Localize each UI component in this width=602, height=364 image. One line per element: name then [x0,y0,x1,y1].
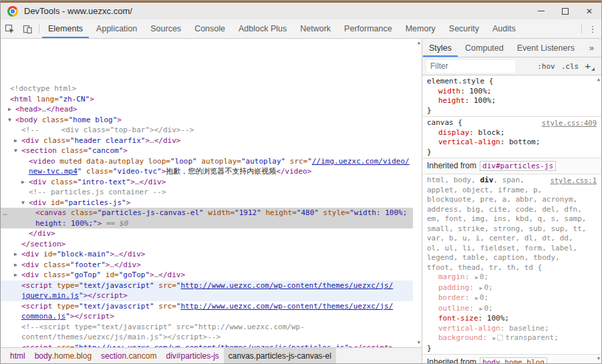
resource-link[interactable]: //img.uezxc.com/video/ [312,157,410,166]
dom-tree-row[interactable]: </div> [1,228,413,239]
scroll-down-icon[interactable]: ▼ [597,357,600,361]
dom-tree-row[interactable]: <script type="text/javascript" src="http… [1,301,413,312]
styles-filter-input[interactable] [427,60,515,73]
sidebar-tab-styles[interactable]: Styles [422,39,458,57]
code-token: </div> [114,260,141,269]
dom-tree-row[interactable]: <script src="http://www.uezxc.com/wp-con… [1,343,413,348]
scroll-up-icon[interactable]: ▲ [597,77,600,82]
resource-link[interactable]: http://www.uezxc.com/wp-content/themes/u… [180,302,393,311]
dom-tree-row[interactable]: <video muted data-autoplay loop="loop" a… [1,156,413,167]
style-property[interactable]: outline: ▶0; [427,304,597,315]
expander-arrow[interactable]: ▶ [14,272,17,279]
tab-memory[interactable]: Memory [399,19,442,38]
style-property[interactable]: background: ▶transparent; [427,333,597,344]
tab-network[interactable]: Network [293,19,337,38]
expand-property-icon[interactable]: ▶ [480,306,483,312]
node-menu-icon[interactable]: … [3,208,8,218]
tab-application[interactable]: Application [90,19,144,38]
dom-tree-row[interactable]: new-tvc.mp4" class="video-tvc">抱歉，您的浏览器不… [1,166,413,177]
style-property[interactable]: font-size: 100%; [427,314,597,324]
resource-link[interactable]: http://www.uezxc.com/wp-content/themes/u… [180,281,393,290]
color-swatch[interactable] [497,335,503,341]
style-property[interactable]: margin: ▶0; [427,272,597,283]
dom-tree-row[interactable]: </section> [1,239,413,250]
styles-filter-bar: :hov .cls + [422,57,601,75]
dom-tree-row[interactable]: <script type="text/javascript" src="http… [1,281,413,291]
maximize-button[interactable] [553,3,577,19]
scroll-down-icon[interactable]: ▼ [418,341,420,345]
breadcrumb-item[interactable]: html [5,348,30,363]
expand-property-icon[interactable]: ▶ [475,275,478,281]
dom-tree-row[interactable]: <!--<script type="text/javascript" src="… [1,322,413,333]
tab-performance[interactable]: Performance [337,19,399,38]
new-style-rule-button[interactable]: + [585,61,591,71]
expander-arrow[interactable]: ▼ [8,117,11,124]
breadcrumb-item[interactable]: canvas.particles-js-canvas-el [224,348,336,363]
expander-arrow[interactable]: ▶ [14,262,17,268]
dom-tree-row[interactable]: ▼<div id="particles-js"> [1,198,413,208]
inherited-node-link[interactable]: div#particles-js [480,161,556,171]
dom-tree-row[interactable]: ▶<div class="header clearfix">…</div> [1,136,413,146]
dom-tree-row[interactable]: <!doctype html> [1,83,413,94]
dom-tree-row[interactable]: <html lang="zh-CN"> [1,94,413,105]
pseudo-class-toggle[interactable]: :hov [537,62,555,71]
dom-tree-row[interactable]: ▼<body class="home blog"> [1,115,413,126]
expander-arrow[interactable]: ▶ [14,251,17,258]
dom-tree-row[interactable]: ▼<section class="cancom"> [1,146,413,156]
sidebar-tab-computed[interactable]: Computed [458,39,510,57]
expand-property-icon[interactable]: ▶ [492,335,496,341]
class-toggle[interactable]: .cls [561,62,579,71]
style-property[interactable]: vertical-align: bottom; [427,138,597,148]
expander-arrow[interactable]: ▶ [21,179,25,186]
expander-arrow[interactable]: ▼ [21,200,25,206]
dom-tree-row[interactable]: <!-- <div class="top-bar"></div>--> [1,125,413,136]
resource-link[interactable]: new-tvc.mp4 [29,167,78,176]
breadcrumb-item[interactable]: section.cancom [96,348,161,363]
expand-property-icon[interactable]: ▶ [480,285,483,291]
dom-tree-row[interactable]: <!-- particles.js container --> [1,187,413,198]
dom-tree-row[interactable]: content/themes/uezxc/js/main.js"></scrip… [1,332,413,343]
tab-adblock-plus[interactable]: Adblock Plus [232,19,293,38]
dom-tree-row[interactable]: ▶<div id="block-main">…</div> [1,249,413,260]
breadcrumb-item[interactable]: body.home.blog [30,348,96,363]
device-toolbar-button[interactable] [19,19,37,38]
style-property[interactable]: vertical-align: baseline; [427,324,597,334]
tab-elements[interactable]: Elements [41,19,90,38]
resource-link[interactable]: commona.js [21,312,65,321]
style-property[interactable]: display: block; [427,128,597,138]
breadcrumb-item[interactable]: div#particles-js [161,348,223,363]
style-property[interactable]: width: 100%; [427,87,597,97]
dom-tree-row[interactable]: jquery.min.js"></script> [1,291,413,301]
tab-console[interactable]: Console [188,19,232,38]
expander-arrow[interactable]: ▶ [14,138,17,144]
dom-tree-row[interactable]: ▶<div class="footer">…</div> [1,260,413,270]
stylesheet-link[interactable]: style.css:409 [542,118,597,128]
resource-link[interactable]: jquery.min.js [21,291,79,300]
stylesheet-link[interactable]: style.css:1 [550,176,597,186]
tab-audits[interactable]: Audits [486,19,522,38]
sidebar-tab-event-listeners[interactable]: Event Listeners [510,39,581,57]
dom-tree-row[interactable]: height: 100%;"> == $0 [1,218,413,229]
inspect-element-button[interactable] [1,19,19,38]
tab-sources[interactable]: Sources [144,19,188,38]
dom-tree-row[interactable]: ▶<div class="goTop" id="goTop">…</div> [1,270,413,281]
expand-property-icon[interactable]: ▶ [475,295,478,301]
style-property[interactable]: height: 100%; [427,96,597,106]
minimize-button[interactable] [529,3,553,19]
style-property[interactable]: padding: ▶0; [427,283,597,294]
dom-tree-row[interactable]: commona.js"></script> [1,311,413,322]
code-token: html [10,351,25,361]
inherited-node-link[interactable]: body.home.blog [480,357,547,363]
expander-arrow[interactable]: ▶ [8,106,11,113]
more-tabs-icon[interactable]: » [582,39,601,57]
style-property[interactable]: border: ▶0; [427,293,597,304]
expander-arrow[interactable]: ▼ [14,148,17,154]
close-button[interactable]: ✕ [577,3,601,19]
scroll-up-icon[interactable]: ▲ [418,41,420,45]
dom-tree-row[interactable]: …<canvas class="particles-js-canvas-el" … [1,208,413,218]
dom-tree-row[interactable]: ▶<div class="intro-text">…</div> [1,177,413,188]
tab-security[interactable]: Security [442,19,486,38]
dom-tree-row[interactable]: ▶<head>…</head> [1,104,413,115]
more-options-icon[interactable]: ⋮ [584,19,601,38]
resource-link[interactable]: http://www.uezxc.com/wp-content/themes/u… [79,343,344,348]
